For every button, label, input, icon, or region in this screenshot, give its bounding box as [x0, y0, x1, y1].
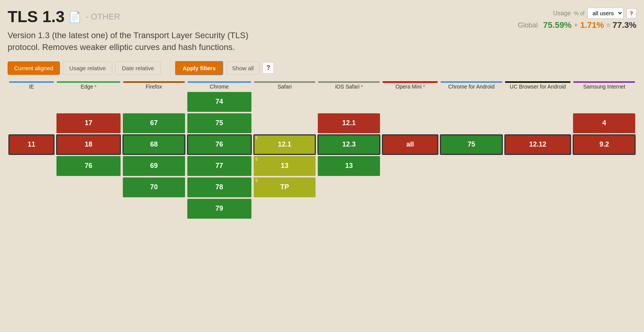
cell-chrome-79: 79	[186, 198, 253, 219]
th-firefox: Firefox	[122, 79, 186, 91]
pct-plus: +	[574, 21, 578, 29]
cell-opera-empty3: -	[381, 155, 439, 177]
cell-uc-empty4: -	[504, 177, 572, 198]
filter-help-button[interactable]: ?	[262, 62, 274, 74]
th-opera-mini: Opera Mini *	[381, 79, 439, 91]
apply-filters-button[interactable]: Apply filters	[175, 61, 224, 75]
usage-label: Usage	[553, 10, 571, 17]
cell-firefox-69: 69	[122, 155, 186, 177]
cell-ios-123: 12.3	[317, 134, 381, 155]
cell-samsung-4: 4	[572, 113, 636, 134]
cell-safari-tp: 5TP	[253, 177, 317, 198]
cell-safari-empty: -	[253, 91, 317, 113]
cell-samsung-empty3: -	[572, 155, 636, 177]
page-title: TLS 1.3 📄 - OTHER	[8, 8, 275, 26]
table-row-current: 11 18 68 76 512.1 12.3 all 75 12.12 9.2	[8, 134, 636, 155]
table-row: - 17 67 75 - 12.1 - - - 4	[8, 113, 636, 134]
cell-samsung-92: 9.2	[572, 134, 636, 155]
cell-firefox-70: 70	[122, 177, 186, 198]
percent-of-label: % of	[574, 10, 584, 16]
cell-chrome-76: 76	[186, 134, 253, 155]
cell-ios-empty5: -	[317, 198, 381, 219]
cell-opera-empty2: -	[381, 113, 439, 134]
cell-opera-empty: -	[381, 91, 439, 113]
cell-firefox-empty: -	[122, 91, 186, 113]
user-select[interactable]: all users	[588, 8, 623, 19]
th-ie: IE	[8, 79, 55, 91]
table-row: - 76 69 77 513 13 - - - -	[8, 155, 636, 177]
cell-ca-empty5: -	[439, 198, 504, 219]
cell-opera-empty4: -	[381, 177, 439, 198]
pct-green: 75.59%	[543, 20, 572, 30]
cell-ca-75: 75	[439, 134, 504, 155]
pct-total: 77.3%	[613, 20, 636, 30]
cell-ie-empty3: -	[8, 155, 55, 177]
cell-safari-13: 513	[253, 155, 317, 177]
pct-partial: 1.71%	[580, 20, 604, 30]
cell-ca-empty: -	[439, 91, 504, 113]
cell-firefox-67: 67	[122, 113, 186, 134]
cell-safari-121: 512.1	[253, 134, 317, 155]
cell-edge-empty5: -	[55, 198, 122, 219]
th-uc-browser: UC Browser for Android	[504, 79, 572, 91]
cell-edge-18: 18	[55, 134, 122, 155]
cell-edge-empty: -	[55, 91, 122, 113]
cell-ie-empty4: -	[8, 177, 55, 198]
th-ios-safari: iOS Safari *	[317, 79, 381, 91]
cell-ca-empty3: -	[439, 155, 504, 177]
cell-edge-empty4: -	[55, 177, 122, 198]
cell-ios-121: 12.1	[317, 113, 381, 134]
cell-opera-all: all	[381, 134, 439, 155]
date-relative-button[interactable]: Date relative	[115, 61, 160, 75]
th-chrome: Chrome	[186, 79, 253, 91]
cell-ie-empty5: -	[8, 198, 55, 219]
cell-uc-1212: 12.12	[504, 134, 572, 155]
cell-opera-empty5: -	[381, 198, 439, 219]
usage-section: Usage % of all users ? Global 75.59% + 1…	[484, 8, 636, 30]
cell-samsung-empty: -	[572, 91, 636, 113]
cell-uc-empty3: -	[504, 155, 572, 177]
cell-ca-empty2: -	[439, 113, 504, 134]
cell-samsung-empty4: -	[572, 177, 636, 198]
th-safari: Safari	[253, 79, 317, 91]
pct-eq: =	[606, 21, 610, 29]
description: Version 1.3 (the latest one) of the Tran…	[8, 30, 275, 53]
cell-uc-empty2: -	[504, 113, 572, 134]
cell-safari-empty5: -	[253, 198, 317, 219]
usage-help-button[interactable]: ?	[626, 8, 636, 18]
table-row: - - 70 78 5TP - - - - -	[8, 177, 636, 198]
cell-firefox-68: 68	[122, 134, 186, 155]
doc-icon: 📄	[68, 11, 82, 23]
th-samsung: Samsung Internet	[572, 79, 636, 91]
table-row: - - - 79 - - - - - -	[8, 198, 636, 219]
current-aligned-button[interactable]: Current aligned	[8, 61, 60, 75]
cell-uc-empty5: -	[504, 198, 572, 219]
global-label: Global	[518, 21, 538, 29]
cell-edge-17: 17	[55, 113, 122, 134]
cell-chrome-77: 77	[186, 155, 253, 177]
cell-edge-76: 76	[55, 155, 122, 177]
cell-uc-empty: -	[504, 91, 572, 113]
compat-table: IE Edge * Firefox Chrome Safari iOS Safa…	[8, 79, 636, 219]
cell-ios-13: 13	[317, 155, 381, 177]
th-edge: Edge *	[55, 79, 122, 91]
cell-ie-empty2: -	[8, 113, 55, 134]
cell-ie-empty: -	[8, 91, 55, 113]
cell-ios-empty4: -	[317, 177, 381, 198]
cell-chrome-78: 78	[186, 177, 253, 198]
filter-row: Current aligned Usage relative Date rela…	[8, 61, 636, 75]
cell-safari-empty2: -	[253, 113, 317, 134]
cell-ie-11: 11	[8, 134, 55, 155]
cell-chrome-75: 75	[186, 113, 253, 134]
usage-relative-button[interactable]: Usage relative	[63, 61, 113, 75]
cell-ca-empty4: -	[439, 177, 504, 198]
th-chrome-android: Chrome for Android	[439, 79, 504, 91]
cell-firefox-empty5: -	[122, 198, 186, 219]
cell-chrome-74: 74	[186, 91, 253, 113]
cell-ios-empty: -	[317, 91, 381, 113]
table-row: - - - 74 - - - - - -	[8, 91, 636, 113]
cell-samsung-empty5: -	[572, 198, 636, 219]
show-all-button[interactable]: Show all	[226, 61, 259, 75]
